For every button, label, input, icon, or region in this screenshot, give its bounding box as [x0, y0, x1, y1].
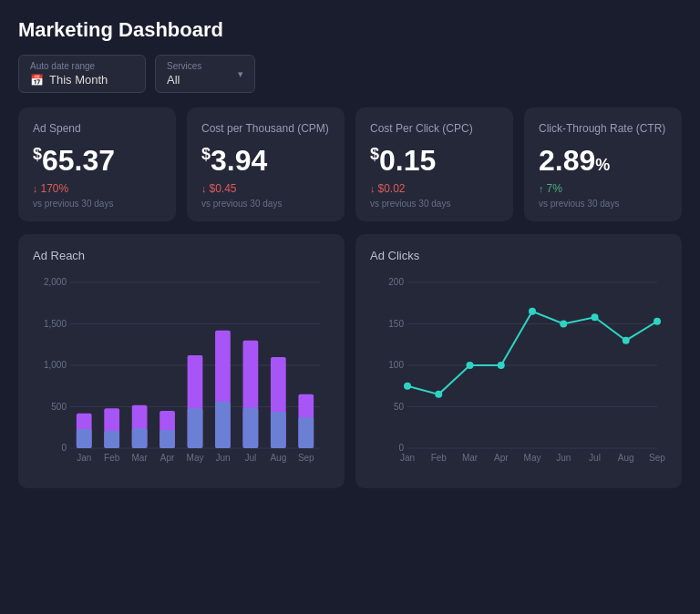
metric-comparison-ctr: vs previous 30 days [539, 199, 667, 209]
svg-text:Sep: Sep [298, 453, 314, 463]
metric-title-cpc: Cost Per Click (CPC) [370, 122, 499, 135]
ad-reach-chart-card: Ad Reach 2,0001,5001,0005000JanFebMarApr… [18, 234, 345, 488]
metric-title-cpm: Cost per Thousand (CPM) [201, 122, 330, 135]
metric-change-value-ctr: 7% [547, 182, 562, 195]
svg-text:Aug: Aug [270, 453, 286, 463]
metric-change-ad-spend: ↓ 170% [33, 182, 161, 195]
svg-rect-29 [243, 407, 259, 448]
svg-point-50 [498, 362, 505, 369]
svg-text:Jan: Jan [77, 453, 91, 463]
svg-point-55 [654, 318, 661, 325]
ad-reach-svg: 2,0001,5001,0005000JanFebMarAprMayJunJul… [33, 273, 330, 474]
metric-comparison-cpc: vs previous 30 days [370, 199, 499, 209]
svg-rect-14 [104, 431, 119, 448]
metric-comparison-cpm: vs previous 30 days [201, 199, 330, 209]
metric-title-ad-spend: Ad Spend [33, 122, 161, 135]
svg-rect-23 [188, 408, 203, 448]
metric-change-value-cpc: $0.02 [378, 182, 406, 195]
svg-text:Mar: Mar [462, 453, 479, 463]
ad-clicks-chart-card: Ad Clicks 200150100500JanFebMarAprMayJun… [355, 234, 682, 488]
metric-arrow-ad-spend: ↓ [33, 183, 38, 194]
filter-bar: Auto date range 📅 This Month Services Al… [18, 55, 682, 93]
metric-change-value-ad-spend: 170% [41, 182, 69, 195]
ad-clicks-title: Ad Clicks [370, 249, 667, 262]
svg-text:Jun: Jun [215, 453, 230, 463]
svg-text:100: 100 [388, 360, 404, 370]
svg-text:50: 50 [394, 402, 405, 412]
svg-text:Mar: Mar [131, 453, 148, 463]
metric-change-cpc: ↓ $0.02 [370, 182, 499, 195]
metric-arrow-cpc: ↓ [370, 183, 376, 194]
date-range-filter[interactable]: Auto date range 📅 This Month [18, 55, 146, 93]
metric-card-cpm: Cost per Thousand (CPM) $3.94 ↓ $0.45 vs… [187, 107, 345, 221]
svg-text:Aug: Aug [618, 453, 634, 463]
svg-text:Feb: Feb [431, 453, 448, 463]
svg-text:200: 200 [388, 277, 404, 287]
svg-text:Jun: Jun [556, 453, 571, 463]
date-range-label: Auto date range [30, 61, 134, 71]
calendar-icon: 📅 [30, 74, 44, 87]
metric-title-ctr: Click-Through Rate (CTR) [539, 122, 667, 135]
svg-rect-32 [271, 412, 286, 448]
metric-change-value-cpm: $0.45 [210, 182, 237, 195]
svg-rect-11 [77, 429, 92, 448]
svg-point-54 [623, 337, 630, 344]
services-value: All [167, 73, 201, 87]
metric-card-ad-spend: Ad Spend $65.37 ↓ 170% vs previous 30 da… [18, 107, 176, 221]
svg-rect-17 [132, 428, 148, 448]
svg-text:Jul: Jul [244, 453, 256, 463]
svg-text:1,000: 1,000 [44, 360, 67, 370]
svg-rect-35 [298, 417, 314, 448]
svg-point-47 [404, 383, 411, 390]
svg-text:Jan: Jan [400, 453, 415, 463]
svg-point-53 [592, 313, 599, 321]
svg-text:2,000: 2,000 [44, 277, 67, 287]
metric-comparison-ad-spend: vs previous 30 days [33, 199, 161, 209]
metric-value-cpc: $0.15 [370, 146, 499, 175]
page-title: Marketing Dashboard [18, 18, 682, 42]
chevron-down-icon: ▾ [238, 68, 243, 80]
svg-text:May: May [524, 453, 541, 463]
svg-text:1,500: 1,500 [44, 319, 67, 329]
metric-card-ctr: Click-Through Rate (CTR) 2.89% ↑ 7% vs p… [524, 107, 682, 221]
svg-text:0: 0 [398, 443, 404, 453]
ad-clicks-svg: 200150100500JanFebMarAprMayJunJulAugSep [370, 273, 667, 474]
metric-value-ad-spend: $65.37 [33, 146, 161, 175]
svg-text:May: May [187, 453, 204, 463]
svg-point-48 [435, 391, 442, 398]
metric-change-ctr: ↑ 7% [539, 182, 667, 195]
metric-value-cpm: $3.94 [201, 146, 330, 175]
ad-reach-chart-area: 2,0001,5001,0005000JanFebMarAprMayJunJul… [33, 273, 330, 474]
metrics-grid: Ad Spend $65.37 ↓ 170% vs previous 30 da… [18, 107, 682, 221]
metric-value-ctr: 2.89% [539, 146, 667, 175]
svg-point-51 [529, 308, 536, 315]
svg-text:Jul: Jul [589, 453, 601, 463]
date-range-value: 📅 This Month [30, 73, 134, 87]
metric-card-cpc: Cost Per Click (CPC) $0.15 ↓ $0.02 vs pr… [355, 107, 513, 221]
svg-text:Apr: Apr [494, 453, 509, 463]
svg-text:Sep: Sep [649, 453, 665, 463]
metric-change-cpm: ↓ $0.45 [201, 182, 330, 195]
services-label: Services [167, 61, 201, 71]
metric-arrow-cpm: ↓ [201, 183, 207, 194]
svg-text:Feb: Feb [104, 453, 120, 463]
svg-point-52 [560, 321, 567, 328]
svg-text:Apr: Apr [160, 453, 175, 463]
svg-text:0: 0 [61, 443, 67, 453]
svg-rect-26 [215, 402, 231, 448]
svg-rect-20 [160, 430, 175, 448]
ad-reach-title: Ad Reach [33, 249, 330, 262]
ad-clicks-chart-area: 200150100500JanFebMarAprMayJunJulAugSep [370, 273, 667, 474]
svg-text:150: 150 [388, 319, 404, 329]
services-filter[interactable]: Services All ▾ [155, 55, 255, 93]
metric-arrow-ctr: ↑ [539, 183, 544, 194]
charts-grid: Ad Reach 2,0001,5001,0005000JanFebMarApr… [18, 234, 682, 488]
svg-text:500: 500 [51, 402, 67, 412]
svg-point-49 [467, 362, 474, 369]
